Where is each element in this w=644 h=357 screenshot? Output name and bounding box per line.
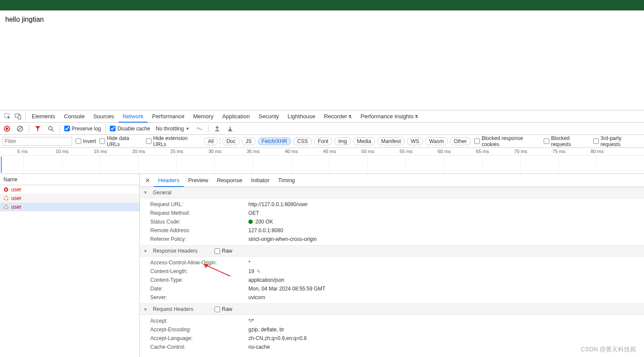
hide-data-urls-checkbox[interactable]: Hide data URLs	[99, 135, 142, 147]
edit-icon[interactable]: ✎	[257, 269, 261, 274]
value-request-url: http://127.0.0.1:8080/user	[248, 201, 308, 207]
tab-network[interactable]: Network	[119, 110, 148, 123]
value-cache-control: no-cache	[248, 344, 270, 350]
timeline-marker	[1, 157, 2, 173]
pending-icon	[3, 204, 9, 210]
pill-all[interactable]: All	[204, 137, 218, 145]
svg-point-13	[4, 205, 8, 209]
pill-font[interactable]: Font	[314, 137, 332, 145]
pending-icon	[3, 196, 9, 201]
label-accept-encoding: Accept-Encoding:	[150, 327, 248, 333]
pill-img[interactable]: Img	[334, 137, 351, 145]
label-status-code: Status Code:	[150, 219, 248, 225]
column-header-name[interactable]: Name	[0, 174, 139, 185]
svg-line-6	[18, 127, 22, 130]
dtab-initiator[interactable]: Initiator	[247, 174, 274, 187]
tab-sources[interactable]: Sources	[89, 110, 119, 123]
section-response-headers[interactable]: ▼ Response Headers Raw	[140, 245, 644, 257]
network-conditions-icon[interactable]	[195, 124, 204, 133]
tab-lighthouse[interactable]: Lighthouse	[283, 110, 320, 123]
tab-application[interactable]: Application	[218, 110, 254, 123]
device-toolbar-icon[interactable]	[13, 111, 23, 122]
pill-wasm[interactable]: Wasm	[425, 137, 448, 145]
tab-console[interactable]: Console	[59, 110, 89, 123]
value-date: Mon, 04 Mar 2024 08:55:59 GMT	[248, 286, 325, 292]
separator	[25, 113, 26, 120]
request-list: Name useruseruser	[0, 174, 140, 357]
dtab-headers[interactable]: Headers	[154, 174, 184, 187]
invert-checkbox[interactable]: Invert	[76, 138, 96, 144]
label-remote-address: Remote Address:	[150, 227, 248, 234]
label-accept: Accept:	[150, 318, 248, 324]
pill-other[interactable]: Other	[450, 137, 471, 145]
label-server: Server:	[150, 294, 248, 300]
label-cache-control: Cache-Control:	[150, 344, 248, 350]
pill-js[interactable]: JS	[242, 137, 256, 145]
pill-media[interactable]: Media	[353, 137, 375, 145]
record-button[interactable]	[3, 124, 11, 133]
chevron-down-icon: ▼	[143, 249, 148, 254]
label-content-length: Content-Length:	[150, 268, 248, 274]
dtab-timing[interactable]: Timing	[274, 174, 300, 187]
third-party-checkbox[interactable]: 3rd-party requests	[593, 135, 641, 147]
value-request-method: GET	[248, 210, 259, 216]
pill-doc[interactable]: Doc	[222, 137, 239, 145]
pill-css[interactable]: CSS	[293, 137, 312, 145]
value-remote-address: 127.0.0.1:8080	[248, 227, 283, 234]
dtab-preview[interactable]: Preview	[184, 174, 212, 187]
detail-tabs: ✕ Headers Preview Response Initiator Tim…	[140, 174, 644, 187]
tab-security[interactable]: Security	[254, 110, 283, 123]
separator	[220, 137, 220, 144]
svg-point-7	[49, 127, 52, 130]
hide-extension-urls-checkbox[interactable]: Hide extension URLs	[146, 135, 201, 147]
separator	[105, 125, 106, 133]
search-icon[interactable]	[46, 124, 55, 133]
tab-performance-insights[interactable]: Performance insights⚗	[356, 110, 423, 123]
svg-rect-2	[18, 115, 21, 119]
value-referrer-policy: strict-origin-when-cross-origin	[248, 236, 317, 242]
value-accept-language: zh-CN,zh;q=0.9,en;q=0.8	[248, 335, 307, 341]
page-body-text: hello jingtian	[5, 16, 44, 23]
tab-memory[interactable]: Memory	[189, 110, 218, 123]
preserve-log-checkbox[interactable]: Preserve log	[64, 126, 101, 132]
filter-toggle-icon[interactable]	[33, 124, 42, 133]
tab-performance[interactable]: Performance	[148, 110, 188, 123]
separator	[59, 125, 60, 133]
close-detail-button[interactable]: ✕	[142, 174, 154, 187]
chevron-down-icon: ▼	[143, 307, 148, 312]
throttling-select[interactable]: No throttling ▼	[155, 125, 191, 133]
request-name: user	[11, 195, 21, 201]
blocked-cookies-checkbox[interactable]: Blocked response cookies	[474, 135, 540, 147]
request-row[interactable]: user	[0, 185, 139, 194]
network-timeline[interactable]: 5 ms10 ms15 ms20 ms25 ms30 ms35 ms40 ms4…	[0, 148, 644, 174]
svg-point-4	[6, 127, 8, 130]
flask-icon: ⚗	[414, 114, 418, 119]
devtools-main-tabs: Elements Console Sources Network Perform…	[0, 110, 644, 123]
section-general[interactable]: ▼ General	[140, 187, 644, 198]
separator	[29, 125, 29, 133]
value-content-type: application/json	[248, 277, 284, 283]
pill-fetch-xhr[interactable]: Fetch/XHR	[258, 137, 291, 145]
clear-button[interactable]	[16, 124, 24, 133]
import-har-icon[interactable]	[226, 124, 234, 133]
value-server: uvicorn	[248, 294, 265, 300]
pill-manifest[interactable]: Manifest	[377, 137, 405, 145]
request-row[interactable]: user	[0, 194, 139, 203]
label-request-method: Request Method:	[150, 210, 248, 216]
section-request-headers[interactable]: ▼ Request Headers Raw	[140, 304, 644, 315]
filter-input[interactable]	[3, 137, 72, 146]
tab-recorder[interactable]: Recorder⚗	[320, 110, 356, 123]
label-referrer-policy: Referrer Policy:	[150, 236, 248, 242]
request-row[interactable]: user	[0, 203, 139, 211]
raw-checkbox-request[interactable]: Raw	[215, 306, 232, 312]
disable-cache-checkbox[interactable]: Disable cache	[110, 126, 150, 132]
pill-ws[interactable]: WS	[407, 137, 423, 145]
export-har-icon[interactable]	[213, 124, 221, 133]
inspect-element-icon[interactable]	[3, 111, 13, 122]
dtab-response[interactable]: Response	[212, 174, 247, 187]
error-icon	[3, 187, 9, 192]
label-accept-language: Accept-Language:	[150, 335, 248, 341]
tab-elements[interactable]: Elements	[27, 110, 59, 123]
blocked-requests-checkbox[interactable]: Blocked requests	[544, 135, 590, 147]
raw-checkbox-response[interactable]: Raw	[215, 248, 232, 254]
